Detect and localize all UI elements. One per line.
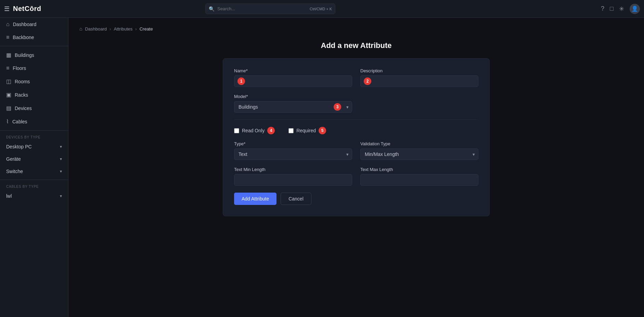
breadcrumb-separator-1: › [110,26,111,32]
breadcrumb-attributes[interactable]: Attributes [114,26,132,32]
chevron-down-icon: ▾ [60,169,62,174]
sidebar-expandable-label: Geräte [6,156,21,162]
logo: NetCōrd [13,5,41,13]
button-row: Add Attribute Cancel [234,193,478,205]
validation-type-select[interactable]: Min/Max Length Regex None [360,148,478,160]
required-label: Required [296,128,316,133]
sidebar-item-switche[interactable]: Switche ▾ [0,165,68,178]
add-attribute-button[interactable]: Add Attribute [234,193,276,205]
model-badge: 3 [334,103,341,111]
sidebar-item-label: Rooms [15,79,30,84]
main-content: ⌂ Dashboard › Attributes › Create Add a … [68,0,644,317]
type-validation-row: Type* Text Number Boolean Date ▾ Validat… [234,141,478,160]
home-icon: ⌂ [79,26,82,32]
text-max-length-label: Text Max Length [360,167,478,172]
model-row: Model* Buildings Floors Rooms Racks Devi… [234,94,478,113]
terminal-icon[interactable]: □ [610,5,614,12]
sidebar-item-racks[interactable]: ▣ Racks [0,88,68,101]
asterisk-icon[interactable]: ✳ [619,5,624,13]
buildings-icon: ▦ [6,52,11,58]
form-card: Name* 1 Description 2 Model* [223,58,490,216]
read-only-checkbox-item[interactable]: Read Only 4 [234,127,275,134]
text-min-length-label: Text Min Length [234,167,352,172]
topbar-left: ☰ NetCōrd [4,5,73,13]
sidebar-item-geraete[interactable]: Geräte ▾ [0,153,68,165]
racks-icon: ▣ [6,92,11,98]
sidebar-item-buildings[interactable]: ▦ Buildings [0,48,68,62]
name-label: Name* [234,68,352,73]
topbar: ☰ NetCōrd 🔍 Ctrl/CMD + K ? □ ✳ 👤 [0,0,644,18]
breadcrumb: ⌂ Dashboard › Attributes › Create [79,26,633,32]
chevron-down-icon: ▾ [60,144,62,149]
name-input[interactable] [234,75,352,87]
search-bar: 🔍 Ctrl/CMD + K [205,3,335,14]
hamburger-icon[interactable]: ☰ [4,5,10,13]
name-input-wrap: 1 [234,75,352,87]
sidebar-item-label: Devices [15,106,32,111]
sidebar-item-dashboard[interactable]: ⌂ Dashboard [0,18,68,31]
description-label: Description [360,68,478,73]
devices-by-type-label: DEVICES BY TYPE [0,133,68,141]
sidebar-item-cables[interactable]: ⌇ Cables [0,115,68,128]
sidebar-item-devices[interactable]: ▤ Devices [0,101,68,115]
read-only-checkbox[interactable] [234,128,239,133]
read-only-label: Read Only [242,128,265,133]
avatar[interactable]: 👤 [630,4,640,14]
name-badge: 1 [237,77,245,85]
name-description-row: Name* 1 Description 2 [234,68,478,87]
sidebar-item-backbone[interactable]: ≡ Backbone [0,31,68,44]
model-group: Model* Buildings Floors Rooms Racks Devi… [234,94,352,113]
text-max-length-group: Text Max Length [360,167,478,186]
sidebar-divider-2 [0,130,68,131]
sidebar-item-desktop-pc[interactable]: Desktop PC ▾ [0,141,68,153]
type-label: Type* [234,141,352,146]
breadcrumb-dashboard[interactable]: Dashboard [85,26,107,32]
sidebar-item-label: Dashboard [13,22,37,27]
sidebar-expandable-label: Switche [6,169,23,174]
read-only-badge: 4 [267,127,275,134]
page-title: Add a new Attribute [79,41,633,50]
text-min-length-input[interactable] [234,174,352,186]
required-checkbox[interactable] [288,128,294,133]
content-area: ⌂ Dashboard › Attributes › Create Add a … [68,18,644,224]
sidebar-item-label: Racks [15,92,28,98]
description-group: Description 2 [360,68,478,87]
name-group: Name* 1 [234,68,352,87]
breadcrumb-separator-2: › [135,26,137,32]
validation-type-group: Validation Type Min/Max Length Regex Non… [360,141,478,160]
type-select[interactable]: Text Number Boolean Date [234,148,352,160]
rooms-icon: ◫ [6,78,11,85]
sidebar-item-label: Backbone [13,35,34,40]
sidebar-item-label: Floors [13,65,26,71]
dashboard-icon: ⌂ [6,21,10,27]
chevron-down-icon: ▾ [60,194,62,198]
topbar-right: ? □ ✳ 👤 [601,4,640,14]
sidebar-item-floors[interactable]: ≡ Floors [0,62,68,75]
sidebar-item-rooms[interactable]: ◫ Rooms [0,75,68,88]
required-badge: 5 [319,127,326,134]
model-spacer [360,94,478,113]
sidebar: ⌂ Dashboard ≡ Backbone ▦ Buildings ≡ Flo… [0,0,68,317]
sidebar-divider-3 [0,180,68,180]
search-shortcut: Ctrl/CMD + K [310,7,332,11]
required-checkbox-item[interactable]: Required 5 [288,127,326,134]
sidebar-item-label: Buildings [15,52,34,58]
breadcrumb-current: Create [140,26,153,32]
sidebar-divider [0,46,68,46]
description-input[interactable] [360,75,478,87]
description-input-wrap: 2 [360,75,478,87]
backbone-icon: ≡ [6,34,9,40]
floors-icon: ≡ [6,65,9,71]
text-max-length-input[interactable] [360,174,478,186]
help-icon[interactable]: ? [601,5,604,12]
text-min-length-group: Text Min Length [234,167,352,186]
cancel-button[interactable]: Cancel [281,193,311,205]
model-select-wrap: Buildings Floors Rooms Racks Devices Cab… [234,101,352,113]
sidebar-item-lwl[interactable]: lwl ▾ [0,190,68,202]
validation-type-select-wrap: Min/Max Length Regex None ▾ [360,148,478,160]
type-select-wrap: Text Number Boolean Date ▾ [234,148,352,160]
sidebar-item-label: Cables [12,119,27,124]
form-divider [234,120,478,120]
validation-type-label: Validation Type [360,141,478,146]
type-group: Type* Text Number Boolean Date ▾ [234,141,352,160]
